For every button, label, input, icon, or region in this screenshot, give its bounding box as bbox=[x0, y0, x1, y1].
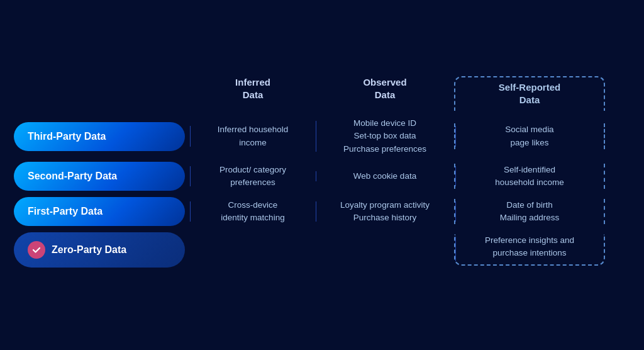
row-label-cell-third-party: Third-Party Data bbox=[14, 122, 190, 151]
main-container: InferredData ObservedData Self-ReportedD… bbox=[14, 70, 630, 280]
row-label-cell-zero-party: Zero-Party Data bbox=[14, 232, 190, 268]
check-icon bbox=[28, 241, 45, 259]
header-empty bbox=[14, 76, 190, 111]
row-label-cell-second-party: Second-Party Data bbox=[14, 162, 190, 191]
rows-container: Third-Party DataInferred householdincome… bbox=[14, 117, 630, 268]
pill-second-party: Second-Party Data bbox=[14, 162, 185, 191]
self-reported-zero-party: Preference insights andpurchase intentio… bbox=[454, 234, 605, 266]
header-self-reported: Self-ReportedData bbox=[454, 76, 605, 111]
header-inferred: InferredData bbox=[190, 76, 316, 111]
pill-third-party: Third-Party Data bbox=[14, 122, 185, 151]
self-reported-third-party: Social mediapage likes bbox=[454, 123, 605, 149]
row-third-party: Third-Party DataInferred householdincome… bbox=[14, 117, 630, 155]
inferred-third-party: Inferred householdincome bbox=[190, 123, 316, 149]
inferred-first-party: Cross-deviceidentity matching bbox=[190, 199, 316, 225]
observed-second-party: Web cookie data bbox=[316, 170, 454, 183]
observed-first-party: Loyalty program activityPurchase history bbox=[316, 199, 454, 225]
header-row: InferredData ObservedData Self-ReportedD… bbox=[14, 76, 630, 111]
row-label-cell-first-party: First-Party Data bbox=[14, 197, 190, 226]
self-reported-second-party: Self-identifiedhousehold income bbox=[454, 164, 605, 189]
observed-third-party: Mobile device IDSet-top box dataPurchase… bbox=[316, 117, 454, 155]
label-first-party: First-Party Data bbox=[28, 206, 103, 217]
pill-zero-party: Zero-Party Data bbox=[14, 232, 185, 268]
self-reported-first-party: Date of birthMailing address bbox=[454, 199, 605, 225]
label-second-party: Second-Party Data bbox=[28, 171, 117, 182]
row-first-party: First-Party DataCross-deviceidentity mat… bbox=[14, 197, 630, 226]
inferred-second-party: Product/ categorypreferences bbox=[190, 164, 316, 189]
row-zero-party: Zero-Party DataPreference insights andpu… bbox=[14, 232, 630, 268]
pill-first-party: First-Party Data bbox=[14, 197, 185, 226]
label-third-party: Third-Party Data bbox=[28, 131, 106, 142]
label-zero-party: Zero-Party Data bbox=[52, 244, 126, 256]
row-second-party: Second-Party DataProduct/ categoryprefer… bbox=[14, 162, 630, 191]
header-observed: ObservedData bbox=[316, 76, 454, 111]
